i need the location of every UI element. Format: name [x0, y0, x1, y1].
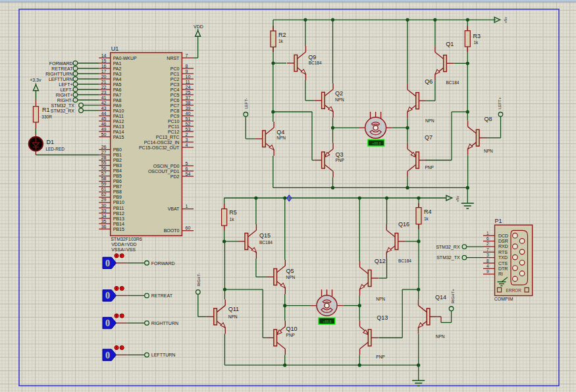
svg-text:59: 59 — [101, 182, 107, 186]
svg-text:3: 3 — [486, 253, 489, 257]
svg-text:R1: R1 — [42, 107, 50, 113]
svg-text:RETREAT: RETREAT — [51, 66, 73, 71]
svg-text:+88.8: +88.8 — [372, 141, 380, 145]
svg-text:7: 7 — [486, 247, 489, 252]
svg-text:PB9: PB9 — [113, 195, 122, 199]
svg-text:STM32_TX: STM32_TX — [436, 255, 460, 260]
svg-text:PB7: PB7 — [113, 184, 122, 189]
svg-text:RIGHT-: RIGHT- — [57, 98, 73, 103]
svg-text:RETREAT: RETREAT — [151, 293, 173, 298]
svg-text:PA15: PA15 — [113, 135, 124, 139]
svg-text:D1: D1 — [46, 139, 54, 145]
svg-text:ERROR: ERROR — [506, 288, 521, 293]
svg-text:PA1: PA1 — [113, 61, 122, 66]
svg-text:PB6: PB6 — [113, 179, 122, 184]
svg-text:BC184: BC184 — [398, 258, 411, 263]
svg-text:27: 27 — [101, 150, 107, 155]
svg-text:8: 8 — [486, 258, 489, 263]
svg-text:PNP: PNP — [376, 355, 384, 359]
svg-text:40: 40 — [186, 111, 191, 116]
svg-text:VDD: VDD — [194, 24, 203, 29]
svg-text:LEFTTURN: LEFTTURN — [49, 77, 73, 82]
svg-text:PA9: PA9 — [113, 103, 122, 108]
svg-text:PC1: PC1 — [170, 72, 180, 76]
svg-text:PB15: PB15 — [113, 227, 124, 232]
svg-text:Q3: Q3 — [336, 151, 344, 158]
svg-text:NPN: NPN — [335, 97, 344, 102]
svg-text:PB10: PB10 — [113, 200, 124, 205]
svg-text:PB2: PB2 — [113, 158, 122, 162]
svg-text:30: 30 — [101, 203, 107, 208]
svg-text:16: 16 — [101, 64, 107, 68]
svg-text:PC5: PC5 — [170, 93, 180, 97]
svg-text:2: 2 — [486, 241, 489, 246]
svg-text:NPN: NPN — [228, 314, 238, 319]
svg-text:PC2: PC2 — [170, 77, 180, 82]
svg-text:51: 51 — [186, 116, 191, 121]
svg-text:0: 0 — [105, 258, 110, 268]
svg-text:37: 37 — [186, 95, 191, 100]
svg-text:11: 11 — [186, 80, 190, 84]
svg-text:Q5: Q5 — [286, 268, 294, 274]
svg-text:PC8: PC8 — [170, 109, 180, 113]
svg-text:+3.3v: +3.3v — [30, 78, 41, 82]
svg-text:OSCOUT_PD1: OSCOUT_PD1 — [148, 169, 180, 174]
svg-text:PA4: PA4 — [113, 77, 122, 82]
svg-text:PC4: PC4 — [170, 87, 180, 92]
svg-text:PNP: PNP — [286, 333, 295, 337]
svg-text:46: 46 — [101, 122, 107, 126]
svg-text:LEFT-: LEFT- — [244, 98, 248, 109]
svg-text:53: 53 — [186, 127, 191, 132]
svg-text:PA10: PA10 — [113, 109, 124, 113]
svg-text:0: 0 — [105, 351, 110, 360]
svg-text:PB11: PB11 — [113, 206, 124, 210]
svg-text:TXD: TXD — [498, 255, 508, 260]
svg-text:9: 9 — [486, 269, 489, 274]
svg-text:Q15: Q15 — [259, 232, 271, 239]
svg-text:17: 17 — [101, 69, 107, 74]
svg-text:52: 52 — [186, 122, 191, 126]
svg-text:56: 56 — [101, 166, 107, 170]
svg-text:4: 4 — [486, 264, 489, 268]
svg-text:CTS: CTS — [498, 261, 508, 266]
svg-text:PA13: PA13 — [113, 124, 124, 129]
svg-text:PC3: PC3 — [170, 82, 180, 87]
svg-text:Q12: Q12 — [375, 258, 386, 264]
svg-text:VSSA=VSS: VSSA=VSS — [111, 247, 136, 252]
svg-text:DCD: DCD — [498, 233, 508, 238]
svg-text:1k: 1k — [278, 39, 284, 43]
svg-text:RIGHT-: RIGHT- — [197, 273, 201, 286]
svg-text:PA5: PA5 — [113, 82, 122, 87]
svg-text:24: 24 — [186, 85, 191, 89]
svg-text:42: 42 — [101, 101, 107, 105]
svg-text:25: 25 — [186, 90, 191, 95]
svg-text:Q10: Q10 — [286, 326, 298, 332]
svg-text:BC184: BC184 — [259, 240, 273, 245]
svg-text:6: 6 — [186, 166, 188, 171]
svg-text:U1: U1 — [111, 45, 119, 52]
svg-text:VBAT: VBAT — [168, 207, 180, 211]
svg-text:PC14-OSC32_IN: PC14-OSC32_IN — [144, 140, 180, 145]
svg-text:34: 34 — [101, 214, 107, 218]
svg-text:0: 0 — [105, 291, 110, 301]
svg-text:DTR: DTR — [498, 266, 508, 271]
svg-text:29: 29 — [101, 197, 107, 202]
svg-text:RIGHTTURN: RIGHTTURN — [151, 321, 178, 326]
svg-text:55: 55 — [101, 160, 107, 165]
svg-text:NPN: NPN — [276, 135, 286, 140]
svg-text:+5v: +5v — [504, 17, 508, 24]
svg-text:28: 28 — [101, 155, 107, 160]
svg-text:PB1: PB1 — [113, 153, 122, 157]
svg-text:Q11: Q11 — [228, 306, 239, 312]
svg-text:Q6: Q6 — [425, 78, 432, 85]
svg-text:PA2: PA2 — [113, 66, 122, 71]
svg-text:6: 6 — [486, 236, 489, 241]
svg-text:PD2: PD2 — [170, 174, 180, 179]
svg-text:PB3: PB3 — [113, 163, 122, 168]
svg-text:5: 5 — [186, 161, 188, 166]
svg-text:60: 60 — [186, 226, 191, 230]
svg-text:35: 35 — [101, 219, 107, 224]
svg-text:21: 21 — [101, 80, 107, 84]
svg-text:PB5: PB5 — [113, 174, 122, 178]
svg-text:22: 22 — [101, 85, 107, 89]
